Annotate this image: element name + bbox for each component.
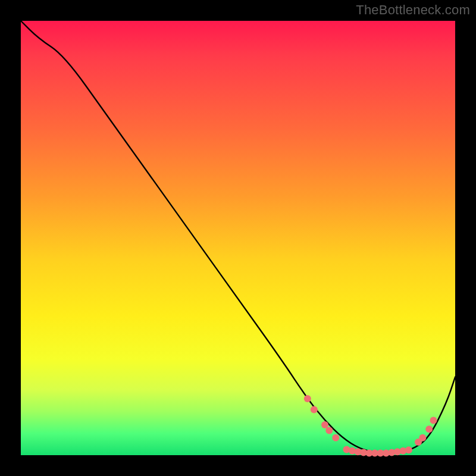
watermark-text: TheBottleneck.com [356, 2, 470, 18]
data-marker [430, 417, 437, 424]
data-marker [425, 425, 433, 433]
data-marker [419, 434, 426, 441]
data-marker [405, 446, 412, 453]
curve-layer [21, 21, 455, 455]
chart-frame: TheBottleneck.com [0, 0, 476, 476]
data-markers [304, 395, 437, 456]
data-marker [311, 406, 318, 413]
plot-area [21, 21, 455, 455]
bottleneck-curve [21, 21, 455, 453]
data-marker [304, 395, 311, 402]
data-marker [325, 427, 333, 434]
data-marker [332, 434, 339, 441]
data-marker [321, 421, 328, 428]
